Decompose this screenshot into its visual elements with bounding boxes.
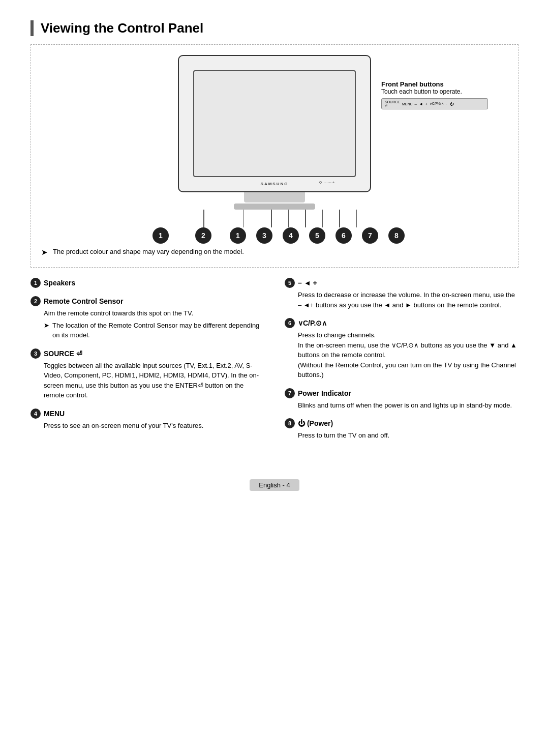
section-power: 8 ⏻ (Power) Press to turn the TV on and … <box>285 418 518 441</box>
right-column: 5 – ◄ + Press to decrease or increase th… <box>285 278 518 449</box>
badge-3: 3 <box>30 348 41 359</box>
section-power-indicator: 7 Power Indicator Blinks and turns off w… <box>285 388 518 411</box>
section-volume-title: 5 – ◄ + <box>285 278 518 288</box>
num-1b: 1 <box>230 227 246 244</box>
section-volume: 5 – ◄ + Press to decrease or increase th… <box>285 278 518 310</box>
left-column: 1 Speakers 2 Remote Control Sensor Aim t… <box>30 278 264 449</box>
button-strip: SOURCE⏎ MENU – ◄ + ∨C/P.⊙∧ · ⏻ <box>381 98 488 109</box>
tv-diagram: SAMSUNG – ···· + Front Panel buttons Tou… <box>41 55 508 244</box>
tv-screen <box>193 70 356 177</box>
badge-1: 1 <box>30 278 41 288</box>
tv-stand-base <box>234 203 315 210</box>
tv-brand-label: SAMSUNG <box>261 182 289 186</box>
diagram-box: SAMSUNG – ···· + Front Panel buttons Tou… <box>30 44 518 268</box>
badge-5: 5 <box>285 278 295 288</box>
arrow-icon: ➤ <box>41 248 48 257</box>
tv-outer: SAMSUNG – ···· + <box>178 55 371 192</box>
section-channel: 6 ∨C/P.⊙∧ Press to change channels. In t… <box>285 318 518 380</box>
footer-badge: English - 4 <box>250 479 299 491</box>
front-panel-title: Front Panel buttons <box>381 80 488 88</box>
section-power-indicator-title: 7 Power Indicator <box>285 388 518 398</box>
section-power-title: 8 ⏻ (Power) <box>285 418 518 428</box>
page-title: Viewing the Control Panel <box>30 20 518 36</box>
section-remote-sensor: 2 Remote Control Sensor Aim the remote c… <box>30 296 264 340</box>
tv-stand <box>244 192 305 202</box>
strip-minus: – <box>415 102 417 106</box>
section-channel-body: Press to change channels. In the on-scre… <box>285 330 518 380</box>
badge-2: 2 <box>30 296 41 306</box>
content-grid: 1 Speakers 2 Remote Control Sensor Aim t… <box>30 278 518 449</box>
disclaimer: ➤ The product colour and shape may vary … <box>41 248 508 257</box>
strip-power: ⏻ <box>449 102 453 106</box>
section-source: 3 SOURCE ⏎ Toggles between all the avail… <box>30 348 264 400</box>
num-1: 1 <box>152 227 169 244</box>
front-panel-callout: Front Panel buttons Touch each button to… <box>381 80 488 109</box>
num-3: 3 <box>256 227 272 244</box>
section-source-title: 3 SOURCE ⏎ <box>30 348 264 359</box>
badge-8: 8 <box>285 418 295 428</box>
num-2: 2 <box>195 227 211 244</box>
section-menu-title: 4 MENU <box>30 409 264 419</box>
strip-plus: + <box>425 102 428 106</box>
section-menu: 4 MENU Press to see an on-screen menu of… <box>30 409 264 431</box>
section-speakers-title: 1 Speakers <box>30 278 264 288</box>
section-power-indicator-body: Blinks and turns off when the power is o… <box>285 400 518 411</box>
badge-4: 4 <box>30 409 41 419</box>
numbers-row: 1 2 1 3 4 5 6 7 8 <box>139 227 410 244</box>
section-menu-body: Press to see an on-screen menu of your T… <box>30 421 264 431</box>
badge-6: 6 <box>285 318 295 328</box>
section-channel-title: 6 ∨C/P.⊙∧ <box>285 318 518 328</box>
strip-source: SOURCE⏎ <box>385 100 400 107</box>
strip-menu: MENU <box>402 102 413 106</box>
num-6: 6 <box>336 227 352 244</box>
num-7: 7 <box>362 227 378 244</box>
section-power-body: Press to turn the TV on and off. <box>285 430 518 441</box>
num-4: 4 <box>283 227 299 244</box>
badge-7: 7 <box>285 388 295 398</box>
strip-channel: ∨C/P.⊙∧ <box>430 102 444 106</box>
footer: English - 4 <box>30 479 518 491</box>
connector-lines <box>147 210 402 227</box>
arrow-note-icon: ➤ <box>44 321 49 331</box>
section-remote-body: Aim the remote control towards this spot… <box>30 308 264 340</box>
num-8: 8 <box>388 227 405 244</box>
strip-speaker: ◄ <box>419 102 423 106</box>
tv-wrapper: SAMSUNG – ···· + Front Panel buttons Tou… <box>178 55 371 210</box>
front-panel-sub: Touch each button to operate. <box>381 88 488 95</box>
strip-dot: · <box>446 102 447 106</box>
section-speakers: 1 Speakers <box>30 278 264 288</box>
section-remote-title: 2 Remote Control Sensor <box>30 296 264 306</box>
num-5: 5 <box>309 227 325 244</box>
section-volume-body: Press to decrease or increase the volume… <box>285 290 518 310</box>
remote-note: ➤ The location of the Remote Control Sen… <box>44 321 264 340</box>
section-source-body: Toggles between all the available input … <box>30 361 264 400</box>
